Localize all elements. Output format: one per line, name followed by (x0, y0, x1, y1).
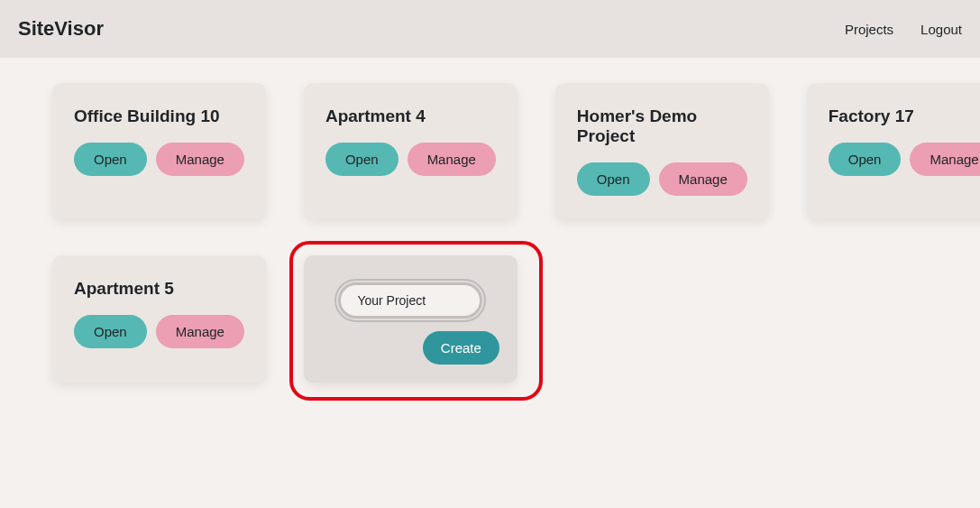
project-card: Apartment 4 Open Manage (304, 83, 517, 219)
nav-projects[interactable]: Projects (845, 22, 893, 37)
project-actions: Open Manage (577, 162, 747, 196)
project-title: Factory 17 (829, 106, 980, 126)
app-logo[interactable]: SiteVisor (18, 17, 104, 41)
project-name-input[interactable] (357, 293, 463, 308)
manage-button[interactable]: Manage (156, 315, 244, 348)
nav-logout[interactable]: Logout (920, 22, 962, 37)
new-project-card: Create (304, 255, 517, 383)
nav-links: Projects Logout (845, 22, 962, 37)
project-title: Homer's Demo Project (577, 106, 747, 146)
project-name-input-wrap[interactable] (338, 282, 482, 319)
project-actions: Open Manage (74, 315, 244, 348)
project-actions: Open Manage (325, 143, 496, 176)
open-button[interactable]: Open (74, 315, 147, 348)
create-actions: Create (322, 331, 499, 365)
project-title: Apartment 5 (74, 279, 244, 299)
new-project-highlight: Create (304, 255, 517, 383)
open-button[interactable]: Open (74, 143, 147, 176)
header: SiteVisor Projects Logout (0, 0, 980, 58)
create-button[interactable]: Create (423, 331, 499, 365)
manage-button[interactable]: Manage (408, 143, 496, 176)
manage-button[interactable]: Manage (910, 143, 980, 176)
project-actions: Open Manage (74, 143, 244, 176)
project-title: Office Building 10 (74, 106, 244, 126)
project-card: Apartment 5 Open Manage (52, 255, 266, 383)
project-card: Office Building 10 Open Manage (52, 83, 266, 219)
manage-button[interactable]: Manage (659, 162, 747, 196)
projects-grid: Office Building 10 Open Manage Apartment… (0, 58, 980, 408)
open-button[interactable]: Open (577, 162, 650, 196)
manage-button[interactable]: Manage (156, 143, 244, 176)
open-button[interactable]: Open (325, 143, 398, 176)
project-title: Apartment 4 (325, 106, 496, 126)
project-card: Homer's Demo Project Open Manage (555, 83, 769, 219)
project-card: Factory 17 Open Manage (807, 83, 980, 219)
project-actions: Open Manage (829, 143, 980, 176)
open-button[interactable]: Open (829, 143, 902, 176)
